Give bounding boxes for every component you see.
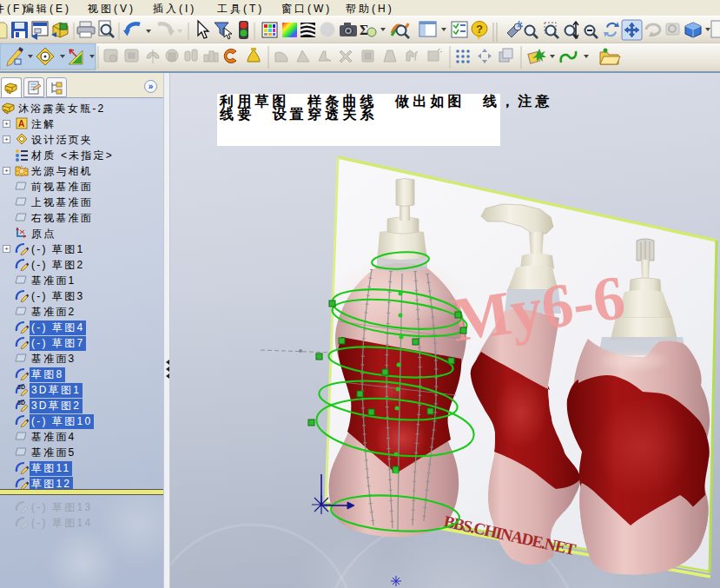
svg-text:Σ: Σ	[360, 23, 368, 37]
svg-text:?: ?	[476, 23, 483, 36]
